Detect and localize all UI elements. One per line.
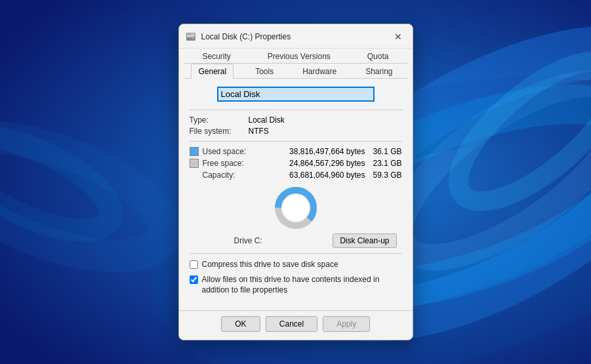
type-value: Local Disk [249,115,285,125]
capacity-row: Capacity: 63,681,064,960 bytes 59.3 GB [190,171,402,180]
capacity-gb: 59.3 GB [371,171,402,180]
free-space-gb: 23.1 GB [371,159,402,168]
used-space-label: Used space: [203,147,255,156]
filesystem-label: File system: [190,127,249,136]
svg-point-10 [192,37,194,39]
index-checkbox-row: Allow files on this drive to have conten… [190,274,402,296]
info-section: Type: Local Disk File system: NTFS [190,110,402,136]
used-space-gb: 36.1 GB [371,147,402,156]
separator [190,253,402,254]
drive-c-label: Drive C: [234,236,262,245]
capacity-bytes: 63,681,064,960 bytes [255,171,371,180]
tab-tools[interactable]: Tools [248,64,281,79]
used-space-row: Used space: 38,816,497,664 bytes 36.1 GB [190,147,402,156]
properties-dialog: Local Disk (C:) Properties ✕ Security Pr… [178,24,413,340]
filesystem-row: File system: NTFS [190,127,402,136]
tab-general[interactable]: General [191,64,234,79]
index-checkbox[interactable] [190,275,198,284]
filesystem-value: NTFS [249,127,269,136]
dialog-buttons: OK Cancel Apply [179,310,413,340]
tab-quota[interactable]: Quota [360,49,396,64]
used-space-bytes: 38,816,497,664 bytes [255,147,371,156]
close-button[interactable]: ✕ [389,30,407,44]
free-space-label: Free space: [203,159,255,168]
free-space-row: Free space: 24,864,567,296 bytes 23.1 GB [190,159,402,168]
tab-row-secondary: Security Previous Versions Quota [184,49,407,64]
cancel-button[interactable]: Cancel [266,316,317,332]
space-section: Used space: 38,816,497,664 bytes 36.1 GB… [190,141,402,180]
free-space-bytes: 24,864,567,296 bytes [255,159,371,168]
dialog-overlay: Local Disk (C:) Properties ✕ Security Pr… [0,0,591,364]
free-space-color [190,159,199,168]
compress-label: Compress this drive to save disk space [202,259,338,270]
compress-checkbox-row: Compress this drive to save disk space [190,259,402,270]
title-bar: Local Disk (C:) Properties ✕ [179,24,413,49]
tab-sharing[interactable]: Sharing [358,64,399,79]
tab-hardware[interactable]: Hardware [295,64,344,79]
disk-cleanup-button[interactable]: Disk Clean-up [333,233,396,248]
ok-button[interactable]: OK [221,316,260,332]
drive-name-wrapper [190,87,402,102]
tab-previous-versions[interactable]: Previous Versions [260,49,338,64]
apply-button[interactable]: Apply [323,316,370,332]
disk-icon [186,31,196,42]
drive-name-input[interactable] [217,87,375,102]
tab-row-primary: General Tools Hardware Sharing [184,64,407,79]
index-label: Allow files on this drive to have conten… [202,274,402,296]
used-space-color [190,147,199,156]
svg-rect-11 [188,34,191,35]
donut-chart [273,185,319,231]
svg-point-14 [283,195,309,221]
capacity-label: Capacity: [203,171,255,180]
type-label: Type: [190,115,249,125]
drive-label-row: Drive C: Disk Clean-up [190,233,402,248]
tab-bar: Security Previous Versions Quota General… [179,49,413,79]
compress-checkbox[interactable] [190,260,198,269]
tab-security[interactable]: Security [195,49,237,64]
type-row: Type: Local Disk [190,115,402,125]
dialog-content: Type: Local Disk File system: NTFS Used … [179,79,413,308]
dialog-title: Local Disk (C:) Properties [201,32,389,41]
chart-area: Drive C: Disk Clean-up [190,185,402,248]
